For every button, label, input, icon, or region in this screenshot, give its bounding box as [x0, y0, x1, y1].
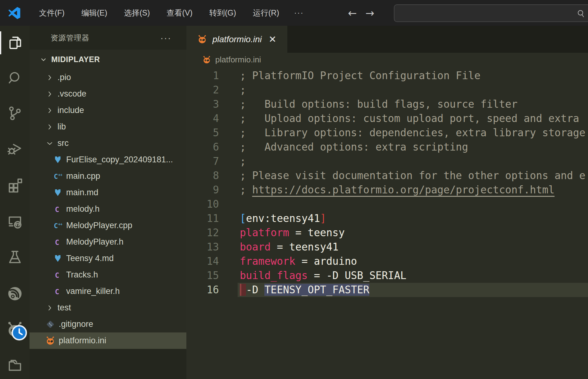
tree-item-label: lib [57, 122, 66, 132]
chevron-right-icon [46, 304, 54, 312]
activity-item-testing[interactable] [0, 248, 30, 268]
tree-item-melodyplayer.cpp[interactable]: C++MelodyPlayer.cpp [30, 217, 186, 234]
tree-item-label: MelodyPlayer.h [66, 237, 124, 247]
tree-item-melodyplayer.h[interactable]: CMelodyPlayer.h [30, 234, 186, 250]
line-number: 4 [186, 111, 219, 126]
line-content: ; Library options: dependencies, extra l… [240, 126, 586, 140]
line-content: [env:teensy41] [240, 211, 326, 226]
line-number: 3 [186, 97, 219, 111]
tree-item-include[interactable]: include [30, 102, 186, 119]
line-content: build_flags = -D USB_SERIAL [240, 268, 406, 283]
tree-item-label: MelodyPlayer.cpp [66, 221, 132, 230]
folder-icon [7, 357, 23, 375]
code-line-15[interactable]: 15build_flags = -D USB_SERIAL [186, 268, 588, 283]
activity-item-platformio[interactable] [0, 321, 30, 340]
code-editor[interactable]: 1; PlatformIO Project Configuration File… [186, 67, 588, 379]
menu-item-2[interactable]: 编辑(E) [75, 5, 113, 20]
breadcrumb-item[interactable]: platformio.ini [215, 55, 261, 65]
tree-item-label: Teensy 4.md [66, 254, 114, 263]
tree-item-lib[interactable]: lib [30, 119, 186, 135]
line-number: 7 [186, 154, 219, 169]
tree-item-label: melody.h [66, 204, 100, 214]
line-content: ; PlatformIO Project Configuration File [240, 69, 481, 83]
activity-item-remote-explorer[interactable] [0, 213, 30, 232]
tree-item-furelise-copy-202409181...[interactable]: FurElise_copy_202409181... [30, 151, 186, 168]
clock-badge-icon [11, 324, 28, 342]
tree-item-tracks.h[interactable]: CTracks.h [30, 267, 186, 283]
code-line-12[interactable]: 12platform = teensy [186, 226, 588, 240]
tree-item-label: .pio [57, 73, 71, 82]
tree-item-main.cpp[interactable]: C++main.cpp [30, 168, 186, 184]
command-center-search[interactable] [394, 4, 588, 22]
svg-text:C: C [55, 205, 59, 213]
sidebar-title: 资源管理器 [51, 33, 89, 43]
code-line-4[interactable]: 4; Upload options: custom upload port, s… [186, 111, 588, 126]
menu-bar: 文件(F)编辑(E)选择(S)查看(V)转到(G)运行(R)··· [33, 5, 308, 20]
line-number: 2 [186, 83, 219, 97]
sidebar-more-actions[interactable]: ··· [160, 33, 171, 43]
menu-item-4[interactable]: 查看(V) [161, 5, 199, 20]
line-number: 8 [186, 169, 219, 183]
file-tree: .pio.vscodeincludelibsrcFurElise_copy_20… [30, 69, 186, 349]
code-line-14[interactable]: 14framework = arduino [186, 254, 588, 268]
nav-back-icon[interactable]: ← [348, 8, 357, 18]
activity-item-explorer[interactable] [0, 34, 30, 53]
tab-bar: platformio.ini ✕ [186, 26, 588, 53]
platformio-file-icon [46, 336, 55, 345]
code-line-2[interactable]: 2; [186, 83, 588, 97]
line-content: -D TEENSY_OPT_FASTER [240, 283, 369, 297]
code-line-13[interactable]: 13board = teensy41 [186, 240, 588, 254]
tree-item-.vscode[interactable]: .vscode [30, 86, 186, 102]
tree-item-main.md[interactable]: main.md [30, 184, 186, 201]
line-number: 16 [186, 283, 219, 297]
line-content: ; https://docs.platformio.org/page/proje… [240, 183, 554, 197]
code-line-5[interactable]: 5; Library options: dependencies, extra … [186, 126, 588, 140]
tree-item-test[interactable]: test [30, 300, 186, 316]
tree-item-.pio[interactable]: .pio [30, 69, 186, 86]
git-file-icon [46, 320, 55, 329]
line-content: ; [240, 154, 246, 169]
menu-item-5[interactable]: 转到(G) [203, 5, 242, 20]
activity-item-extensions[interactable] [0, 175, 30, 195]
nav-forward-icon[interactable]: → [366, 8, 375, 18]
chevron-right-icon [46, 74, 54, 82]
tree-item-melody.h[interactable]: Cmelody.h [30, 201, 186, 217]
markdown-file-icon [53, 254, 62, 263]
tree-item-teensy-4.md[interactable]: Teensy 4.md [30, 250, 186, 267]
activity-item-source-control[interactable] [0, 104, 30, 123]
search-icon [7, 70, 23, 88]
code-line-6[interactable]: 6; Advanced options: extra scripting [186, 140, 588, 154]
menu-overflow-button[interactable]: ··· [290, 6, 308, 20]
tree-item-.gitignore[interactable]: .gitignore [30, 316, 186, 332]
platformio-ant-icon [197, 34, 207, 45]
run-and-debug-icon [7, 140, 23, 158]
code-line-1[interactable]: 1; PlatformIO Project Configuration File [186, 69, 588, 83]
activity-item-folder[interactable] [0, 356, 30, 376]
menu-item-3[interactable]: 选择(S) [118, 5, 156, 20]
explorer-icon [7, 34, 23, 52]
code-line-7[interactable]: 7; [186, 154, 588, 169]
tree-item-vamire-killer.h[interactable]: Cvamire_killer.h [30, 283, 186, 300]
line-content: ; Please visit documentation for the oth… [240, 169, 586, 183]
code-line-3[interactable]: 3; Build options: build flags, source fi… [186, 97, 588, 111]
code-line-8[interactable]: 8; Please visit documentation for the ot… [186, 169, 588, 183]
activity-item-run-and-debug[interactable] [0, 140, 30, 159]
tree-item-platformio.ini[interactable]: platformio.ini [30, 332, 186, 349]
sidebar-header: 资源管理器 ··· [30, 26, 186, 50]
menu-item-1[interactable]: 文件(F) [33, 5, 71, 20]
menu-item-6[interactable]: 运行(R) [247, 5, 285, 20]
code-line-9[interactable]: 9; https://docs.platformio.org/page/proj… [186, 183, 588, 197]
code-line-10[interactable]: 10 [186, 197, 588, 211]
project-section-header[interactable]: MIDIPLAYER [30, 50, 186, 69]
code-line-11[interactable]: 11[env:teensy41] [186, 211, 588, 226]
code-line-16[interactable]: 16 -D TEENSY_OPT_FASTER [186, 283, 588, 297]
tab-platformio-ini[interactable]: platformio.ini ✕ [186, 26, 287, 53]
activity-item-search[interactable] [0, 69, 30, 88]
activity-bar [0, 26, 30, 379]
activity-item-espressif-idf[interactable] [0, 285, 30, 304]
cpp-file-icon: C++ [53, 172, 62, 181]
tree-item-src[interactable]: src [30, 135, 186, 151]
tree-item-label: FurElise_copy_202409181... [66, 155, 173, 165]
chevron-down-icon [39, 56, 48, 64]
tab-close-icon[interactable]: ✕ [269, 35, 276, 44]
